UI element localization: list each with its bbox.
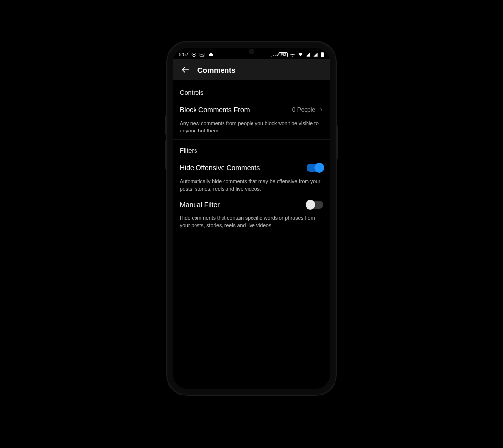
- power-button: [336, 125, 338, 159]
- wifi-icon: [297, 52, 304, 57]
- hide-offensive-label: Hide Offensive Comments: [180, 164, 260, 172]
- block-comments-desc: Any new comments from people you block w…: [180, 120, 323, 134]
- hide-offensive-toggle[interactable]: [307, 164, 323, 172]
- volume-down-button: [165, 140, 167, 169]
- do-not-disturb-icon: [290, 52, 295, 57]
- volume-up-button: [165, 115, 167, 135]
- chrome-icon: [191, 52, 196, 57]
- chevron-right-icon: [319, 107, 323, 113]
- block-comments-value: 0 People: [292, 106, 315, 113]
- section-title-controls: Controls: [180, 89, 323, 96]
- cloud-icon: [208, 52, 214, 57]
- signal-icon: [306, 52, 311, 57]
- manual-filter-desc: Hide comments that contain specific word…: [180, 214, 323, 229]
- block-comments-row[interactable]: Block Comments From 0 People: [180, 103, 323, 117]
- page-title: Comments: [197, 66, 236, 74]
- block-comments-label: Block Comments From: [180, 106, 250, 114]
- manual-filter-row: Manual Filter: [180, 198, 323, 211]
- svg-rect-6: [322, 52, 323, 52]
- phone-screen: 5:57 V2WIFI2: [173, 48, 330, 389]
- battery-icon: [320, 52, 324, 57]
- front-camera-icon: [249, 49, 254, 54]
- divider: [173, 139, 330, 140]
- phone-frame: 5:57 V2WIFI2: [167, 42, 336, 395]
- manual-filter-label: Manual Filter: [180, 201, 220, 209]
- signal-icon-2: [313, 52, 318, 57]
- arrow-left-icon: [180, 65, 190, 75]
- image-icon: [199, 52, 205, 57]
- app-header: Comments: [173, 59, 330, 80]
- status-time: 5:57: [179, 52, 188, 57]
- settings-content: Controls Block Comments From 0 People An…: [173, 80, 330, 229]
- display-notch: [222, 48, 281, 55]
- manual-filter-toggle[interactable]: [307, 201, 323, 209]
- back-button[interactable]: [180, 64, 191, 75]
- svg-rect-5: [321, 52, 324, 57]
- hide-offensive-row: Hide Offensive Comments: [180, 161, 323, 175]
- hide-offensive-desc: Automatically hide comments that may be …: [180, 178, 323, 192]
- svg-point-1: [194, 54, 195, 55]
- section-title-filters: Filters: [180, 147, 323, 154]
